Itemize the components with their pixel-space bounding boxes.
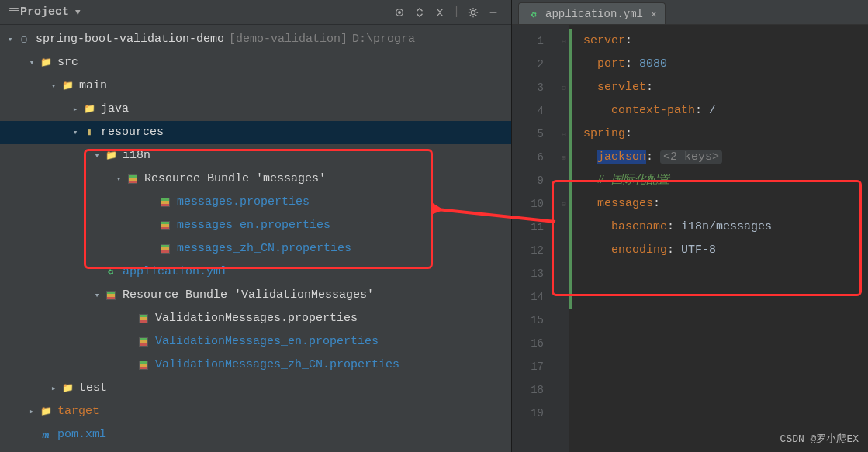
tab-application-yml[interactable]: ✿ application.yml ✕ [518, 2, 666, 24]
tree-node-main[interactable]: ▾📁 main [0, 74, 511, 98]
project-tool-window: Project ▼ | ▾▢ spring-boot-validation-de… [0, 0, 512, 452]
tree-label: Resource Bundle 'ValidationMessages' [123, 284, 374, 307]
tree-node-validation-properties[interactable]: ▾ ValidationMessages.properties [0, 307, 511, 330]
gear-icon[interactable] [465, 4, 482, 21]
project-tree[interactable]: ▾▢ spring-boot-validation-demo [demo-val… [0, 25, 511, 452]
yaml-file-icon: ✿ [524, 5, 542, 22]
tree-label: src [57, 51, 78, 74]
folder-icon: 📁 [61, 381, 74, 395]
tree-label: spring-boot-validation-demo [36, 28, 224, 51]
collapse-all-icon[interactable] [431, 4, 448, 21]
svg-point-5 [471, 10, 475, 14]
tree-label: messages.properties [177, 191, 310, 214]
tree-node-bundle-messages[interactable]: ▾ Resource Bundle 'messages' [0, 167, 511, 191]
tree-label: Resource Bundle 'messages' [144, 167, 326, 191]
editor-area: ✿ application.yml ✕ 12 34 56 910 1112 13… [512, 0, 868, 452]
resource-bundle-icon [104, 288, 118, 302]
module-name: [demo-validation] [229, 28, 348, 51]
code-editor[interactable]: server: port: 8080 servlet: context-path… [569, 25, 868, 452]
tree-label: resources [101, 121, 164, 144]
tree-node-validation-zh[interactable]: ▾ ValidationMessages_zh_CN.properties [0, 354, 511, 377]
resources-root-icon: ▮ [82, 126, 96, 140]
properties-file-icon [137, 312, 150, 326]
tree-node-messages-en[interactable]: ▾ messages_en.properties [0, 214, 511, 237]
tree-label: ValidationMessages_zh_CN.properties [155, 354, 399, 377]
close-tab-icon[interactable]: ✕ [651, 8, 657, 20]
editor-body: 12 34 56 910 1112 1314 1516 1718 19 ⊟⊟⊟⊞… [512, 25, 868, 452]
tree-node-test[interactable]: ▸📁 test [0, 377, 511, 400]
tree-node-java[interactable]: ▸📁 java [0, 98, 511, 121]
chevron-down-icon[interactable]: ▼ [75, 8, 81, 17]
tree-label: pom.xml [57, 423, 106, 447]
maven-file-icon: m [39, 428, 53, 442]
tree-label: messages_en.properties [177, 214, 330, 237]
excluded-folder-icon: 📁 [39, 405, 53, 419]
svg-point-4 [399, 11, 401, 13]
project-toolbar: Project ▼ | [0, 0, 511, 25]
folder-icon: 📁 [39, 56, 53, 70]
tree-node-i18n[interactable]: ▾📁 i18n [0, 144, 511, 167]
gutter: 12 34 56 910 1112 1314 1516 1718 19 [512, 25, 558, 452]
yaml-file-icon: ✿ [102, 263, 119, 281]
vcs-change-marker [569, 29, 572, 309]
folder-icon: 📁 [61, 79, 74, 93]
properties-file-icon [158, 219, 172, 233]
tree-label: main [79, 74, 107, 98]
tree-label: ValidationMessages_en.properties [155, 330, 379, 354]
tree-node-validation-en[interactable]: ▾ ValidationMessages_en.properties [0, 330, 511, 354]
tree-label: application.yml [123, 261, 227, 284]
properties-file-icon [137, 358, 150, 372]
tree-node-resources[interactable]: ▾▮ resources [0, 121, 511, 144]
watermark: CSDN @罗小爬EX [780, 432, 859, 446]
tree-node-bundle-validation[interactable]: ▾ Resource Bundle 'ValidationMessages' [0, 284, 511, 307]
tree-label: ValidationMessages.properties [155, 307, 358, 330]
properties-file-icon [137, 335, 150, 349]
hide-icon[interactable] [485, 4, 502, 21]
source-root-icon: 📁 [82, 102, 96, 116]
editor-tabs: ✿ application.yml ✕ [512, 0, 868, 25]
tree-label: test [79, 377, 107, 400]
tree-label: messages_zh_CN.properties [177, 237, 351, 261]
resource-bundle-icon [126, 172, 140, 186]
tree-node-src[interactable]: ▾📁 src [0, 51, 511, 74]
tree-root[interactable]: ▾▢ spring-boot-validation-demo [demo-val… [0, 28, 511, 51]
toolbar-title[interactable]: Project [20, 5, 69, 19]
tree-label: i18n [123, 144, 150, 167]
select-opened-file-icon[interactable] [391, 4, 408, 21]
tree-label: target [57, 400, 99, 423]
module-icon: ▢ [17, 33, 31, 47]
expand-all-icon[interactable] [411, 4, 428, 21]
tree-label: java [101, 98, 129, 121]
toolbar-separator: | [453, 5, 460, 19]
project-window-icon [8, 6, 20, 19]
fold-strip[interactable]: ⊟⊟⊟⊞ ⊟ [558, 25, 569, 452]
tree-node-messages-zh[interactable]: ▾ messages_zh_CN.properties [0, 237, 511, 261]
properties-file-icon [158, 242, 172, 256]
tree-node-messages-properties[interactable]: ▾ messages.properties [0, 191, 511, 214]
folder-icon: 📁 [104, 149, 118, 163]
tree-node-target[interactable]: ▸📁 target [0, 400, 511, 423]
tree-node-application-yml[interactable]: ▾✿ application.yml [0, 261, 511, 284]
module-path: D:\progra [352, 28, 415, 51]
tree-node-pom[interactable]: ▾m pom.xml [0, 423, 511, 447]
svg-rect-0 [9, 8, 19, 16]
properties-file-icon [158, 195, 172, 209]
tab-label: application.yml [545, 8, 643, 20]
